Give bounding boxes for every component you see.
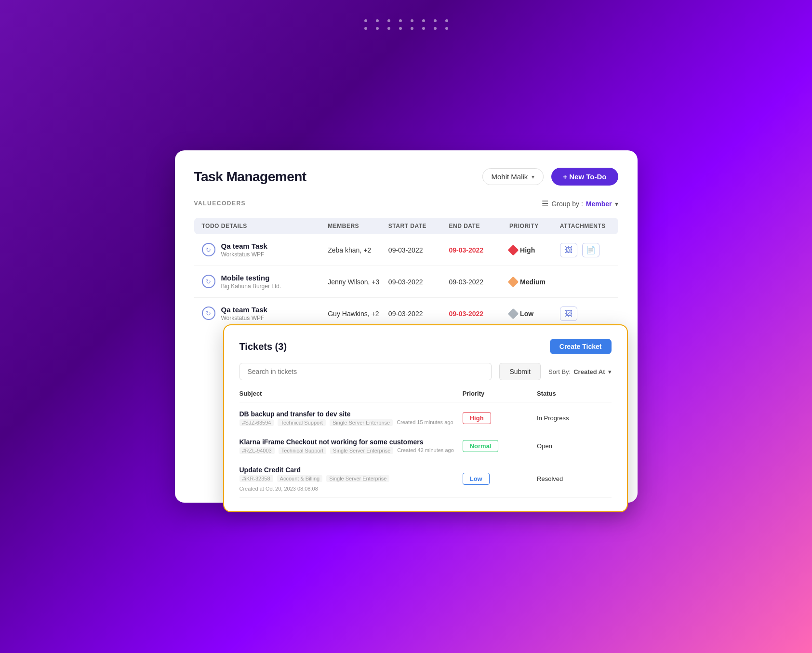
- ticket-col-priority: Priority: [463, 390, 537, 397]
- image-attachment-icon[interactable]: 🖼: [560, 307, 577, 321]
- search-input[interactable]: [240, 363, 492, 380]
- user-name: Mohit Malik: [492, 173, 528, 181]
- ticket-category: Technical Support: [279, 447, 326, 454]
- sort-row: Sort By: Created At ▾: [548, 368, 612, 375]
- ticket-subject: Klarna iFrame Checkout not working for s…: [240, 438, 463, 446]
- filter-icon: ☰: [542, 199, 548, 208]
- ticket-plan: Single Server Enterprise: [330, 419, 393, 426]
- ticket-meta: #iKR-32358 Account & Billing Single Serv…: [240, 475, 463, 492]
- ticket-col-status: Status: [537, 390, 611, 397]
- ticket-subject-cell: Update Credit Card #iKR-32358 Account & …: [240, 466, 463, 492]
- task-header: Task Management Mohit Malik ▾ + New To-D…: [194, 168, 618, 186]
- header-right: Mohit Malik ▾ + New To-Do: [482, 168, 618, 186]
- ticket-priority-badge: Low: [463, 473, 490, 485]
- search-sort-container: Submit Sort By: Created At ▾: [240, 363, 612, 380]
- priority-icon: [508, 244, 519, 255]
- todo-info: Mobile testing Big Kahuna Burger Ltd.: [221, 274, 281, 290]
- ticket-priority-badge: Normal: [463, 440, 499, 452]
- ticket-category: Technical Support: [278, 419, 325, 426]
- priority-icon: [508, 308, 519, 319]
- page-title: Task Management: [194, 169, 306, 185]
- tickets-card: Tickets (3) Create Ticket Submit Sort By…: [223, 324, 628, 512]
- ticket-status-cell: Resolved: [537, 475, 611, 482]
- outer-wrapper: Task Management Mohit Malik ▾ + New To-D…: [175, 150, 638, 503]
- ticket-row: Update Credit Card #iKR-32358 Account & …: [240, 460, 612, 498]
- task-table: TODO DETAILS MEMBERS START DATE END DATE…: [194, 218, 618, 329]
- sort-label: Sort By:: [548, 368, 571, 375]
- ticket-rows: DB backup and transfer to dev site #SJZ-…: [240, 404, 612, 498]
- task-rows: ↻ Qa team Task Workstatus WPF Zeba khan,…: [194, 234, 618, 329]
- todo-subtitle: Workstatus WPF: [221, 251, 267, 258]
- new-todo-button[interactable]: + New To-Do: [551, 168, 618, 186]
- todo-title: Mobile testing: [221, 274, 281, 282]
- tickets-table-header: Subject Priority Status: [240, 390, 612, 402]
- image-attachment-icon[interactable]: 🖼: [560, 243, 577, 257]
- ticket-created: Created at Oct 20, 2023 08:08:08: [240, 486, 318, 492]
- todo-subtitle: Workstatus WPF: [221, 315, 267, 321]
- priority-icon: [508, 276, 519, 287]
- ticket-id: #SJZ-63594: [240, 419, 274, 426]
- start-date-cell: 09-03-2022: [388, 278, 449, 286]
- ticket-status-cell: Open: [537, 442, 611, 450]
- ticket-status-cell: In Progress: [537, 414, 611, 422]
- task-management-card: Task Management Mohit Malik ▾ + New To-D…: [175, 150, 638, 503]
- group-by-row: ☰ Group by : Member ▾: [542, 199, 618, 208]
- todo-title: Qa team Task: [221, 306, 267, 314]
- start-date-cell: 09-03-2022: [388, 246, 449, 254]
- col-attachments: ATTACHMENTS: [560, 223, 611, 229]
- col-priority: PRIORITY: [509, 223, 560, 229]
- start-date-cell: 09-03-2022: [388, 310, 449, 318]
- group-by-label: Group by :: [551, 200, 583, 208]
- ticket-col-subject: Subject: [240, 390, 463, 397]
- members-cell: Guy Hawkins, +2: [328, 310, 388, 318]
- priority-label: Low: [520, 310, 533, 318]
- end-date-cell: 09-03-2022: [449, 310, 509, 318]
- priority-cell: Low: [509, 310, 560, 318]
- todo-cell: ↻ Qa team Task Workstatus WPF: [202, 306, 328, 321]
- ticket-meta: #RZL-94003 Technical Support Single Serv…: [240, 447, 463, 454]
- ticket-created: Created 15 minutes ago: [397, 419, 453, 426]
- ticket-plan: Single Server Enterprise: [330, 447, 393, 454]
- ticket-priority-cell: Normal: [463, 440, 537, 452]
- doc-attachment-icon[interactable]: 📄: [582, 243, 599, 257]
- attachments-cell: 🖼: [560, 307, 611, 321]
- table-row: ↻ Mobile testing Big Kahuna Burger Ltd. …: [194, 266, 618, 298]
- org-label: VALUECODERS: [194, 200, 246, 207]
- priority-label: High: [520, 246, 535, 254]
- ticket-priority-cell: Low: [463, 473, 537, 485]
- col-end-date: END DATE: [449, 223, 509, 229]
- dot-grid: [364, 19, 448, 30]
- ticket-subject-cell: DB backup and transfer to dev site #SJZ-…: [240, 410, 463, 426]
- ticket-priority-cell: High: [463, 412, 537, 424]
- col-start-date: START DATE: [388, 223, 449, 229]
- ticket-category: Account & Billing: [277, 475, 323, 482]
- priority-label: Medium: [520, 278, 546, 286]
- ticket-subject: Update Credit Card: [240, 466, 463, 474]
- todo-title: Qa team Task: [221, 242, 267, 250]
- table-row: ↻ Qa team Task Workstatus WPF Zeba khan,…: [194, 234, 618, 266]
- submit-button[interactable]: Submit: [499, 363, 541, 380]
- ticket-row: Klarna iFrame Checkout not working for s…: [240, 432, 612, 460]
- create-ticket-button[interactable]: Create Ticket: [550, 339, 612, 354]
- table-header-row: TODO DETAILS MEMBERS START DATE END DATE…: [194, 218, 618, 234]
- end-date-cell: 09-03-2022: [449, 278, 509, 286]
- col-todo: TODO DETAILS: [202, 223, 328, 229]
- end-date-cell: 09-03-2022: [449, 246, 509, 254]
- ticket-id: #iKR-32358: [240, 475, 273, 482]
- tickets-header: Tickets (3) Create Ticket: [240, 339, 612, 354]
- group-by-value[interactable]: Member: [586, 200, 612, 208]
- sort-value[interactable]: Created At: [573, 368, 605, 375]
- user-dropdown[interactable]: Mohit Malik ▾: [482, 168, 544, 185]
- sync-icon: ↻: [202, 243, 215, 256]
- ticket-subject: DB backup and transfer to dev site: [240, 410, 463, 418]
- members-cell: Jenny Wilson, +3: [328, 278, 388, 286]
- sync-icon: ↻: [202, 275, 215, 288]
- todo-info: Qa team Task Workstatus WPF: [221, 242, 267, 258]
- ticket-priority-badge: High: [463, 412, 491, 424]
- attachments-cell: 🖼📄: [560, 243, 611, 257]
- ticket-created: Created 42 minutes ago: [397, 447, 453, 454]
- col-members: MEMBERS: [328, 223, 388, 229]
- todo-subtitle: Big Kahuna Burger Ltd.: [221, 283, 281, 290]
- todo-info: Qa team Task Workstatus WPF: [221, 306, 267, 321]
- sort-chevron-icon: ▾: [608, 368, 612, 375]
